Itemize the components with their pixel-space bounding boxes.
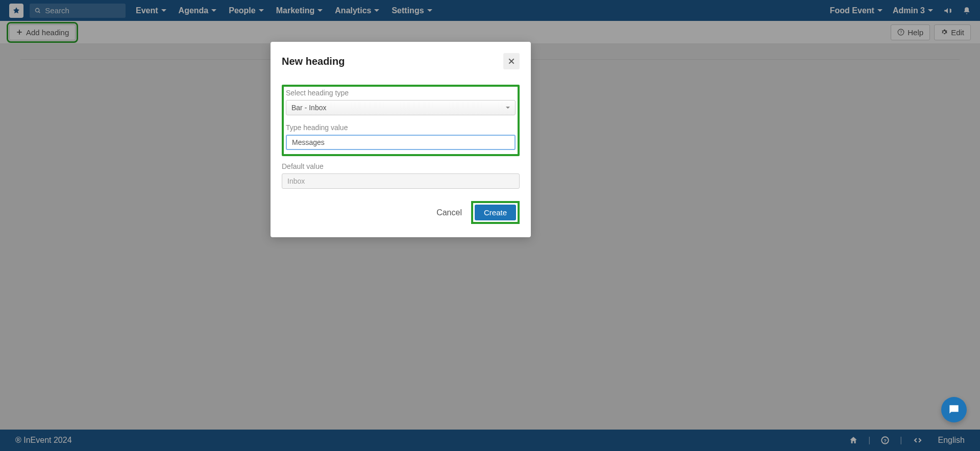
heading-type-group: Select heading type Bar - Inbox xyxy=(286,89,516,115)
default-value-label: Default value xyxy=(282,162,520,170)
cancel-button[interactable]: Cancel xyxy=(436,208,462,217)
modal-footer: Cancel Create xyxy=(282,201,520,224)
default-value-input xyxy=(282,173,520,189)
create-button[interactable]: Create xyxy=(475,205,516,220)
chat-widget[interactable] xyxy=(941,397,967,422)
modal-close-button[interactable] xyxy=(503,53,520,69)
modal-header: New heading xyxy=(282,53,520,69)
dropdown-arrow-icon xyxy=(506,107,510,109)
new-heading-modal: New heading Select heading type Bar - In… xyxy=(271,42,531,237)
heading-value-label: Type heading value xyxy=(286,123,516,132)
heading-value-group: Type heading value xyxy=(286,123,516,150)
default-value-group: Default value xyxy=(282,162,520,189)
close-icon xyxy=(507,57,516,65)
highlighted-create-wrapper: Create xyxy=(471,201,520,224)
heading-value-input[interactable] xyxy=(286,135,516,150)
highlighted-form-section: Select heading type Bar - Inbox Type hea… xyxy=(282,85,520,156)
heading-type-label: Select heading type xyxy=(286,89,516,97)
heading-type-select[interactable]: Bar - Inbox xyxy=(286,100,516,115)
modal-title: New heading xyxy=(282,56,345,67)
chat-icon xyxy=(947,403,961,416)
